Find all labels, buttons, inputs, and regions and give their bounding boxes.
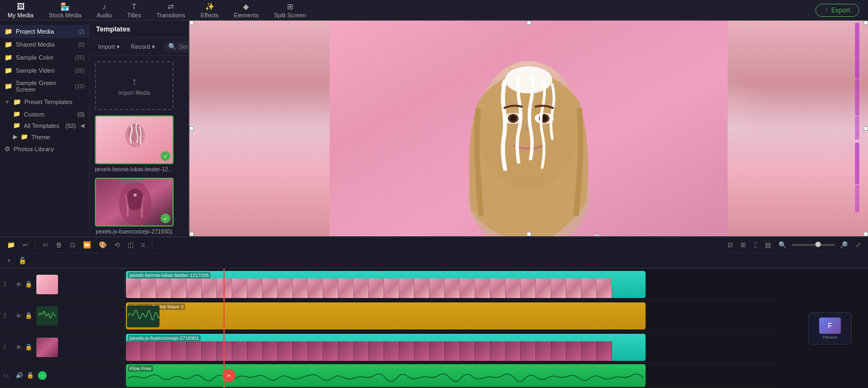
sidebar-item-all-templates[interactable]: 📁 All Templates (92) ◀ <box>9 120 89 131</box>
track-v3-thumbnail <box>36 275 58 294</box>
zoom-slider-thumb <box>815 242 821 247</box>
track-v1-visibility[interactable]: 👁 <box>15 344 22 351</box>
audio-waveform-a1 <box>126 371 646 386</box>
nav-transitions[interactable]: ⇄ Transitions <box>149 0 193 21</box>
track-a1-mute[interactable]: 🔊 <box>15 371 24 379</box>
timeline-add-media-button[interactable]: 📁 <box>4 240 18 250</box>
timeline-more-button[interactable]: ≡ <box>138 240 148 250</box>
timeline-color-button[interactable]: 🎨 <box>96 240 110 250</box>
sidebar-item-preset-templates[interactable]: ▼ 📁 Preset Templates <box>0 95 89 108</box>
media-grid: ↑ Import Media <box>90 56 188 236</box>
timeline-delete-button[interactable]: 🗑 <box>53 240 65 250</box>
sidebar-item-sample-video[interactable]: 📁 Sample Video (20) <box>0 64 89 77</box>
add-track-button[interactable]: + <box>4 255 14 266</box>
folder-icon: 📁 <box>4 82 12 90</box>
track-v2-lock[interactable]: 🔒 <box>24 312 33 320</box>
sidebar-item-project-media[interactable]: 📁 Project Media (2) <box>0 25 89 38</box>
render-button[interactable]: ▧ <box>762 240 774 250</box>
track-header-v2: 2 👁 🔒 <box>0 300 124 332</box>
folder-icon: 📁 <box>4 41 12 48</box>
sidebar-item-custom[interactable]: 📁 Custom (0) <box>9 108 89 120</box>
media-thumb-bennie[interactable]: ✓ pexels-bennie-lukas-bester-1217205 <box>95 115 174 172</box>
audio-waveform-thumb <box>127 306 159 327</box>
nav-elements[interactable]: ◆ Elements <box>226 0 266 21</box>
tracks-container: pexels-bennie-lukas-bester-1217205 <box>125 269 776 388</box>
audio-clip-v2[interactable]: Iridescent Digital Wave 3 <box>126 302 646 329</box>
timeline-transform-button[interactable]: ⟲ <box>112 240 123 250</box>
track-lane-v3: pexels-bennie-lukas-bester-1217205 <box>125 269 776 300</box>
filmora-watermark: F Filmora <box>808 312 852 345</box>
nav-stock-media[interactable]: 🏪 Stock Media <box>41 0 90 21</box>
preview-video-inner <box>189 21 868 236</box>
nav-my-media[interactable]: 🖼 My Media <box>0 0 41 21</box>
svg-point-5 <box>126 189 144 210</box>
my-media-icon: 🖼 <box>17 2 24 11</box>
media-label-bennie: pexels-bennie-lukas-bester-1217205 <box>95 166 174 172</box>
snap-button[interactable]: ⌶ <box>751 240 760 250</box>
track-a1-controls: 🔊 🔒 <box>15 371 35 379</box>
thumbnail-bennie: ✓ <box>95 115 174 164</box>
zoom-slider[interactable] <box>792 244 835 246</box>
track-v3-visibility[interactable]: 👁 <box>15 281 22 288</box>
fit-to-screen-button[interactable]: ⤢ <box>853 240 864 250</box>
timeline-lock-button[interactable]: 🔓 <box>16 255 29 266</box>
audio-icon: ♪ <box>103 2 106 11</box>
audio-clip-a1[interactable]: Flow Free ✂ <box>126 364 646 387</box>
import-button[interactable]: Import ▾ <box>95 42 123 51</box>
nav-split-screen[interactable]: ⊞ Split Screen <box>266 0 314 21</box>
record-button[interactable]: Record ▾ <box>127 42 158 51</box>
upload-icon: ↑ <box>132 75 137 88</box>
track-v1-lock[interactable]: 🔒 <box>24 343 33 351</box>
sidebar-item-theme[interactable]: ▶ 📁 Theme <box>9 131 89 143</box>
media-thumb-buenc[interactable]: ✓ pexels-jv-buenconcejo-2719301 <box>95 178 174 235</box>
track-v3-lock[interactable]: 🔒 <box>24 280 33 288</box>
collapse-icon: ◀ <box>80 122 85 128</box>
zoom-timeline-in-button[interactable]: 🔎 <box>837 240 851 250</box>
sidebar-item-sample-green[interactable]: 📁 Sample Green Screen (10) <box>0 77 89 95</box>
selected-checkmark-buenc: ✓ <box>161 214 170 223</box>
templates-header: Templates <box>90 21 188 38</box>
search-input[interactable] <box>179 43 188 50</box>
sidebar-item-shared-media[interactable]: 📁 Shared Media (0) <box>0 38 89 51</box>
timeline-undo-button[interactable]: ↩ <box>20 240 31 250</box>
toolbar-separator-2 <box>152 241 152 249</box>
selected-checkmark: ✓ <box>161 151 170 161</box>
folder-icon: 📁 <box>13 98 21 106</box>
selection-handle-tl <box>189 21 194 25</box>
timeline-cut-button[interactable]: ✄ <box>40 240 51 250</box>
import-media-placeholder[interactable]: ↑ Import Media <box>95 61 174 110</box>
nav-effects[interactable]: ✨ Effects <box>193 0 226 21</box>
export-button[interactable]: ↑ Export <box>815 4 859 17</box>
timeline-crop-button[interactable]: ⊡ <box>67 240 78 250</box>
selection-handle-t <box>527 21 531 25</box>
track-a1-lock[interactable]: 🔒 <box>26 371 35 379</box>
sidebar-item-photos-library[interactable]: ⚙ Photos Library <box>0 143 89 156</box>
timeline-split-button[interactable]: ◫ <box>125 240 136 250</box>
chevron-down-icon: ▾ <box>117 43 120 50</box>
timeline-speed-button[interactable]: ⏩ <box>80 240 94 250</box>
sidebar-item-sample-color[interactable]: 📁 Sample Color (25) <box>0 51 89 64</box>
nav-audio[interactable]: ♪ Audio <box>89 0 119 21</box>
nav-titles[interactable]: T Titles <box>119 0 149 21</box>
preview-video <box>189 21 868 236</box>
video-clip-v1[interactable]: pexels-jv-buenconcejo-2719301 <box>126 334 646 361</box>
track-height-up-button[interactable]: ⊞ <box>738 240 749 250</box>
video-clip-v3[interactable]: pexels-bennie-lukas-bester-1217205 <box>126 271 646 298</box>
track-v2-thumbnail <box>36 306 58 326</box>
selection-handle-b <box>527 232 531 236</box>
track-lane-v2: Iridescent Digital Wave 3 <box>125 300 776 332</box>
import-label: Import Media <box>118 90 150 96</box>
timeline-left-column: 3 👁 🔒 2 👁 🔒 <box>0 268 125 388</box>
track-height-button[interactable]: ⊟ <box>725 240 736 250</box>
track-header-v3: 3 👁 🔒 <box>0 269 124 300</box>
cut-marker[interactable]: ✂ <box>222 369 235 382</box>
folder-icon: 📁 <box>4 28 12 35</box>
thumbnail-buenc: ✓ <box>95 178 174 227</box>
folder-icon: 📁 <box>13 111 21 118</box>
zoom-timeline-out-button[interactable]: 🔍 <box>776 240 789 250</box>
track-v1-controls: 👁 🔒 <box>15 343 33 351</box>
timeline-toolbar: 📁 ↩ ✄ 🗑 ⊡ ⏩ 🎨 ⟲ ◫ ≡ ⊟ ⊞ ⌶ ▧ 🔍 🔎 ⤢ <box>0 237 868 253</box>
selection-handle-br <box>864 232 868 236</box>
track-v2-visibility[interactable]: 👁 <box>15 312 22 320</box>
toolbar-separator <box>35 241 36 249</box>
